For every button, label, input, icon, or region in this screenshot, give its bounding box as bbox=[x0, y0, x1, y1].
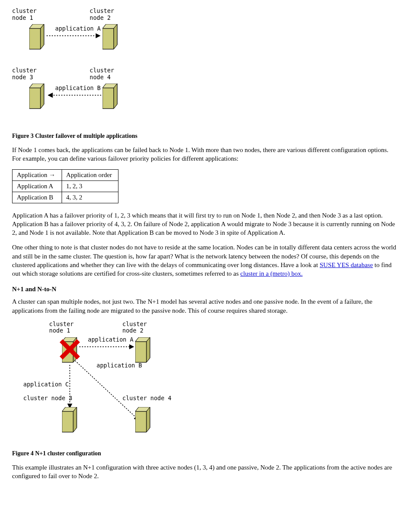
arrow-app-a bbox=[46, 32, 103, 40]
table-cell: 1, 2, 3 bbox=[62, 180, 118, 192]
svg-marker-10 bbox=[29, 88, 40, 109]
figure-4-diagram: cluster node 1 cluster node 2 applicatio… bbox=[23, 321, 187, 446]
svg-marker-14 bbox=[103, 88, 114, 109]
figure-4-caption: Figure 4 N+1 cluster configuration bbox=[12, 450, 399, 457]
node-label: cluster node 2 bbox=[90, 8, 114, 21]
svg-marker-36 bbox=[135, 411, 146, 432]
node-label: cluster node 3 bbox=[23, 395, 72, 402]
priority-table: Application → Application order Applicat… bbox=[12, 169, 118, 203]
table-row: Application → Application order bbox=[12, 169, 118, 180]
node-label: cluster node 1 bbox=[12, 8, 37, 21]
figure-3-diagram: cluster node 1 cluster node 2 applicatio… bbox=[12, 8, 159, 128]
svg-marker-1 bbox=[29, 28, 40, 49]
cluster-box-link[interactable]: cluster in a (metro) box. bbox=[240, 270, 303, 277]
svg-marker-16 bbox=[114, 84, 117, 109]
app-label: application A bbox=[55, 25, 101, 32]
table-row: Application B 4, 3, 2 bbox=[12, 192, 118, 203]
failure-x-icon bbox=[59, 338, 81, 361]
paragraph: A cluster can span multiple nodes, not j… bbox=[12, 297, 399, 315]
cluster-node-box bbox=[62, 407, 79, 434]
svg-marker-34 bbox=[73, 407, 77, 432]
app-label: application B bbox=[97, 362, 142, 369]
paragraph: This example illustrates an N+1 configur… bbox=[12, 463, 399, 481]
cluster-node-box bbox=[103, 84, 120, 110]
svg-marker-12 bbox=[40, 84, 44, 109]
table-header: Application → bbox=[12, 169, 62, 180]
cluster-node-box bbox=[135, 407, 153, 434]
table-cell: Application A bbox=[12, 180, 62, 192]
node-label: cluster node 2 bbox=[122, 321, 147, 334]
app-label: application A bbox=[88, 336, 134, 343]
node-label: cluster node 4 bbox=[122, 395, 171, 402]
svg-marker-38 bbox=[146, 407, 150, 432]
node-label: cluster node 1 bbox=[49, 321, 74, 334]
svg-marker-27 bbox=[146, 337, 150, 362]
node-label: cluster node 3 bbox=[12, 67, 37, 81]
table-row: Application A 1, 2, 3 bbox=[12, 180, 118, 192]
svg-line-29 bbox=[75, 361, 139, 420]
table-header: Application order bbox=[62, 169, 118, 180]
svg-marker-3 bbox=[40, 24, 44, 49]
svg-marker-7 bbox=[114, 24, 117, 49]
cluster-node-box bbox=[29, 24, 47, 51]
figure-3-caption: Figure 3 Cluster failover of multiple ap… bbox=[12, 133, 399, 140]
svg-marker-25 bbox=[135, 342, 146, 362]
paragraph: Application A has a failover priority of… bbox=[12, 211, 399, 237]
arrow-app-b bbox=[46, 91, 103, 99]
paragraph: If Node 1 comes back, the applications c… bbox=[12, 146, 399, 163]
paragraph-with-links: One other thing to note is that cluster … bbox=[12, 243, 399, 278]
cluster-node-box bbox=[29, 84, 47, 110]
node-label: cluster node 4 bbox=[90, 67, 114, 81]
arrow-app-a bbox=[78, 342, 136, 351]
app-label: application B bbox=[55, 85, 101, 92]
table-cell: 4, 3, 2 bbox=[62, 192, 118, 203]
suse-yes-link[interactable]: SUSE YES database bbox=[320, 261, 373, 268]
svg-marker-32 bbox=[62, 411, 73, 432]
app-label: application C bbox=[23, 381, 69, 388]
section-heading: N+1 and N-to-N bbox=[12, 286, 399, 293]
svg-marker-5 bbox=[103, 28, 114, 49]
cluster-node-box bbox=[103, 24, 120, 51]
table-cell: Application B bbox=[12, 192, 62, 203]
arrow-app-b bbox=[74, 360, 143, 424]
